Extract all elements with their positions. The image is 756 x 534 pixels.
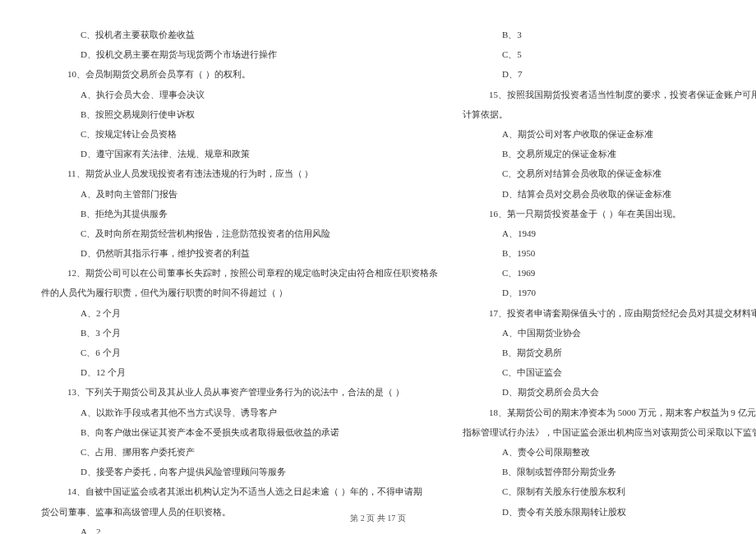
text-line: C、交易所对结算会员收取的保证金标准 bbox=[463, 163, 756, 183]
text-line: B、3 个月 bbox=[41, 323, 438, 343]
text-line: B、按照交易规则行使申诉权 bbox=[41, 104, 438, 124]
text-line: 15、按照我国期货投资者适当性制度的要求，投资者保证金账户可用资金余额以（ ）作… bbox=[463, 85, 756, 104]
text-line: D、仍然听其指示行事，维护投资者的利益 bbox=[41, 243, 438, 263]
right-column: B、3C、5D、715、按照我国期货投资者适当性制度的要求，投资者保证金账户可用… bbox=[463, 25, 756, 534]
text-line: C、6 个月 bbox=[41, 343, 438, 362]
text-line: C、投机者主要获取价差收益 bbox=[41, 25, 438, 44]
text-line: A、以欺诈手段或者其他不当方式误导、诱导客户 bbox=[41, 403, 438, 422]
text-line: A、中国期货业协会 bbox=[463, 323, 756, 343]
text-line: C、5 bbox=[463, 44, 756, 64]
text-line: 18、某期货公司的期末净资本为 5000 万元，期末客户权益为 9 亿元，根据《… bbox=[463, 403, 756, 422]
text-line: 12、期货公司可以在公司董事长失踪时，按照公司章程的规定临时决定由符合相应任职资… bbox=[41, 263, 438, 283]
text-line: A、期货公司对客户收取的保证金标准 bbox=[463, 124, 756, 144]
text-line: A、责令公司限期整改 bbox=[463, 442, 756, 462]
text-line: D、12 个月 bbox=[41, 362, 438, 382]
text-line: A、及时向主管部门报告 bbox=[41, 184, 438, 204]
text-line: C、按规定转让会员资格 bbox=[41, 124, 438, 144]
text-line: 13、下列关于期货公司及其从业人员从事资产管理业务行为的说法中，合法的是（ ） bbox=[41, 382, 438, 402]
text-line: D、遵守国家有关法律、法规、规章和政策 bbox=[41, 144, 438, 163]
text-line: B、3 bbox=[463, 25, 756, 44]
text-line: D、期货交易所会员大会 bbox=[463, 382, 756, 402]
text-line: 件的人员代为履行职责，但代为履行职责的时间不得超过（ ） bbox=[41, 283, 438, 302]
text-line: C、1969 bbox=[463, 263, 756, 283]
text-line: A、执行会员大会、理事会决议 bbox=[41, 85, 438, 104]
text-line: B、1950 bbox=[463, 243, 756, 263]
text-line: D、结算会员对交易会员收取的保证金标准 bbox=[463, 184, 756, 204]
text-line: B、期货交易所 bbox=[463, 343, 756, 362]
text-line: A、1949 bbox=[463, 223, 756, 243]
text-line: 17、投资者申请套期保值头寸的，应由期货经纪会员对其提交材料审核后报（ ）审批。 bbox=[463, 303, 756, 323]
text-line: 16、第一只期货投资基金于（ ）年在美国出现。 bbox=[463, 204, 756, 223]
text-line: 14、自被中国证监会或者其派出机构认定为不适当人选之日起未逾（ ）年的，不得申请… bbox=[41, 481, 438, 501]
two-column-layout: C、投机者主要获取价差收益D、投机交易主要在期货与现货两个市场进行操作10、会员… bbox=[41, 25, 715, 534]
text-line: B、拒绝为其提供服务 bbox=[41, 204, 438, 223]
text-line: A、2 个月 bbox=[41, 303, 438, 323]
left-column: C、投机者主要获取价差收益D、投机交易主要在期货与现货两个市场进行操作10、会员… bbox=[41, 25, 438, 534]
text-line: 11、期货从业人员发现投资者有违法违规的行为时，应当（ ） bbox=[41, 163, 438, 183]
page-footer: 第 2 页 共 17 页 bbox=[0, 513, 756, 524]
text-line: B、向客户做出保证其资产本金不受损失或者取得最低收益的承诺 bbox=[41, 422, 438, 442]
text-line: 10、会员制期货交易所会员享有（ ）的权利。 bbox=[41, 64, 438, 84]
text-line: C、限制有关股东行使股东权利 bbox=[463, 481, 756, 501]
text-line: 指标管理试行办法》，中国证监会派出机构应当对该期货公司采取以下监管措施（ ） bbox=[463, 422, 756, 442]
text-line: C、中国证监会 bbox=[463, 362, 756, 382]
text-line: C、及时向所在期货经营机构报告，注意防范投资者的信用风险 bbox=[41, 223, 438, 243]
text-line: D、1970 bbox=[463, 283, 756, 302]
text-line: D、7 bbox=[463, 64, 756, 84]
text-line: B、交易所规定的保证金标准 bbox=[463, 144, 756, 163]
text-line: C、占用、挪用客户委托资产 bbox=[41, 442, 438, 462]
text-line: D、投机交易主要在期货与现货两个市场进行操作 bbox=[41, 44, 438, 64]
text-line: 计算依据。 bbox=[463, 104, 756, 124]
text-line: B、限制或暂停部分期货业务 bbox=[463, 462, 756, 481]
text-line: D、接受客户委托，向客户提供风险管理顾问等服务 bbox=[41, 462, 438, 481]
